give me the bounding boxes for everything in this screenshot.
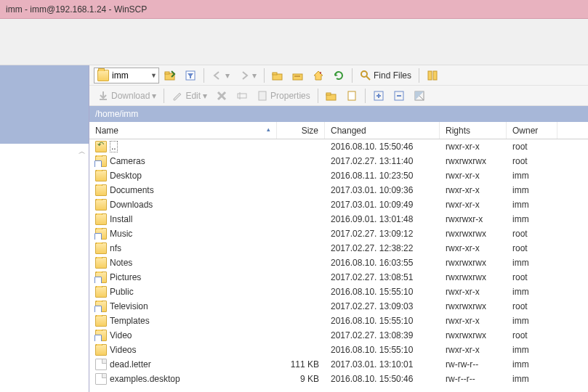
- file-changed: 2016.08.10. 15:50:46: [325, 142, 440, 152]
- nav-toolbar: imm ▼ ▾ ▾ Find Files: [89, 65, 588, 86]
- folder-icon: [95, 344, 107, 356]
- delete-button[interactable]: [212, 88, 231, 104]
- properties-button[interactable]: Properties: [253, 88, 314, 104]
- window-titlebar: imm - imm@192.168.1.24 - WinSCP: [0, 0, 588, 19]
- file-changed: 2017.02.27. 13:08:51: [325, 272, 440, 282]
- back-button[interactable]: ▾: [208, 68, 233, 83]
- table-row[interactable]: Documents2017.03.01. 10:09:36rwxr-xr-xim…: [89, 183, 588, 197]
- file-name: ..: [110, 141, 118, 152]
- upper-toolbar-region: [0, 19, 588, 65]
- rename-button[interactable]: [233, 88, 251, 104]
- scroll-up-icon[interactable]: ︿: [0, 144, 89, 157]
- file-name: Cameras: [110, 156, 145, 166]
- svg-rect-13: [326, 93, 331, 95]
- current-path: /home/imm: [95, 109, 138, 119]
- forward-button[interactable]: ▾: [235, 68, 260, 83]
- table-row[interactable]: Cameras2017.02.27. 13:11:40rwxrwxrwxroot: [89, 154, 588, 168]
- folder-icon: [97, 70, 109, 81]
- file-owner: root: [507, 272, 557, 282]
- file-rights: rwxrwxr-x: [440, 214, 507, 224]
- path-bar[interactable]: /home/imm: [89, 106, 588, 122]
- table-row[interactable]: Video2017.02.27. 13:08:39rwxrwxrwxroot: [89, 328, 588, 343]
- download-button[interactable]: Download▾: [94, 88, 160, 104]
- file-rights: rwxr-xr-x: [440, 171, 507, 181]
- file-name: Pictures: [110, 272, 141, 282]
- file-owner: root: [507, 301, 557, 311]
- svg-rect-6: [320, 72, 321, 74]
- open-dir-button[interactable]: [161, 68, 180, 83]
- table-row[interactable]: Videos2016.08.10. 15:55:10rwxr-xr-ximm: [89, 343, 588, 357]
- table-row[interactable]: Notes2016.08.10. 16:03:55rwxrwxrwximm: [89, 256, 588, 270]
- file-icon: [95, 359, 107, 370]
- table-row[interactable]: dead.letter111 KB2017.03.01. 13:10:01rw-…: [89, 357, 588, 372]
- file-changed: 2016.08.11. 10:23:50: [325, 171, 440, 181]
- table-row[interactable]: Desktop2016.08.11. 10:23:50rwxr-xr-ximm: [89, 168, 588, 183]
- table-row[interactable]: examples.desktop9 KB2016.08.10. 15:50:46…: [89, 372, 588, 386]
- folder-link-icon: [95, 301, 107, 312]
- folder-link-icon: [95, 330, 107, 341]
- header-changed[interactable]: Changed: [325, 122, 440, 139]
- file-name: examples.desktop: [110, 374, 180, 384]
- folder-link-icon: [95, 155, 107, 167]
- file-owner: root: [507, 243, 557, 253]
- sync-browse-button[interactable]: [423, 68, 442, 83]
- header-name[interactable]: Name: [89, 122, 277, 139]
- svg-point-7: [361, 71, 367, 77]
- file-owner: imm: [507, 316, 557, 326]
- svg-rect-11: [259, 91, 266, 100]
- window-title: imm - imm@192.168.1.24 - WinSCP: [6, 4, 147, 15]
- folder-icon: [95, 213, 107, 225]
- table-row[interactable]: Television2017.02.27. 13:09:03rwxrwxrwxr…: [89, 299, 588, 314]
- table-row[interactable]: Music2017.02.27. 13:09:12rwxrwxrwxroot: [89, 226, 588, 241]
- file-changed: 2017.02.27. 13:08:39: [325, 330, 440, 340]
- refresh-button[interactable]: [329, 68, 348, 83]
- file-owner: imm: [507, 374, 557, 384]
- svg-rect-8: [428, 71, 432, 80]
- table-row[interactable]: Templates2016.08.10. 15:55:10rwxr-xr-xim…: [89, 314, 588, 328]
- file-rights: rwxrwxrwx: [440, 229, 507, 239]
- header-owner[interactable]: Owner: [507, 122, 557, 139]
- file-rights: rwxr-xr-x: [440, 345, 507, 355]
- filter-button[interactable]: [181, 68, 200, 83]
- table-row[interactable]: Public2016.08.10. 15:55:10rwxr-xr-ximm: [89, 285, 588, 299]
- folder-icon: [95, 170, 107, 181]
- file-owner: root: [507, 142, 557, 152]
- file-name: Install: [110, 214, 132, 224]
- svg-rect-4: [273, 73, 277, 75]
- file-changed: 2016.08.10. 15:55:10: [325, 287, 440, 297]
- file-name: Documents: [110, 185, 154, 195]
- folder-link-icon: [95, 271, 107, 283]
- file-name: dead.letter: [110, 359, 151, 369]
- header-size[interactable]: Size: [277, 122, 325, 139]
- edit-button[interactable]: Edit▾: [168, 88, 211, 104]
- table-row[interactable]: ..2016.08.10. 15:50:46rwxr-xr-xroot: [89, 139, 588, 154]
- file-name: Video: [110, 330, 132, 340]
- file-owner: imm: [507, 359, 557, 369]
- table-row[interactable]: Install2016.09.01. 13:01:48rwxrwxr-ximm: [89, 212, 588, 226]
- file-rights: rw-r--r--: [440, 374, 507, 384]
- new-folder-button[interactable]: [322, 88, 341, 104]
- file-name: Videos: [110, 345, 136, 355]
- invert-selection-button[interactable]: [410, 88, 429, 104]
- select-all-button[interactable]: [369, 88, 388, 104]
- file-rights: rw-rw-r--: [440, 359, 507, 369]
- folder-icon: [95, 184, 107, 196]
- file-rights: rwxrwxrwx: [440, 156, 507, 166]
- table-row[interactable]: Pictures2017.02.27. 13:08:51rwxrwxrwxroo…: [89, 270, 588, 285]
- file-changed: 2016.08.10. 15:55:10: [325, 345, 440, 355]
- local-panel: ︿: [0, 65, 89, 392]
- find-files-button[interactable]: Find Files: [356, 68, 415, 83]
- file-rights: rwxrwxrwx: [440, 330, 507, 340]
- table-row[interactable]: Downloads2017.03.01. 10:09:49rwxr-xr-xim…: [89, 197, 588, 212]
- root-dir-button[interactable]: [289, 68, 307, 83]
- directory-combo[interactable]: imm ▼: [94, 68, 159, 83]
- unselect-all-button[interactable]: [390, 88, 408, 104]
- new-file-button[interactable]: [342, 88, 361, 104]
- parent-dir-button[interactable]: [268, 68, 287, 83]
- header-rights[interactable]: Rights: [440, 122, 507, 139]
- file-name: Templates: [110, 316, 150, 326]
- file-changed: 2016.08.10. 15:55:10: [325, 316, 440, 326]
- table-row[interactable]: nfs2017.02.27. 12:38:22rwxr-xr-xroot: [89, 241, 588, 256]
- file-listview[interactable]: Name Size Changed Rights Owner ..2016.08…: [89, 122, 588, 392]
- home-button[interactable]: [309, 68, 328, 83]
